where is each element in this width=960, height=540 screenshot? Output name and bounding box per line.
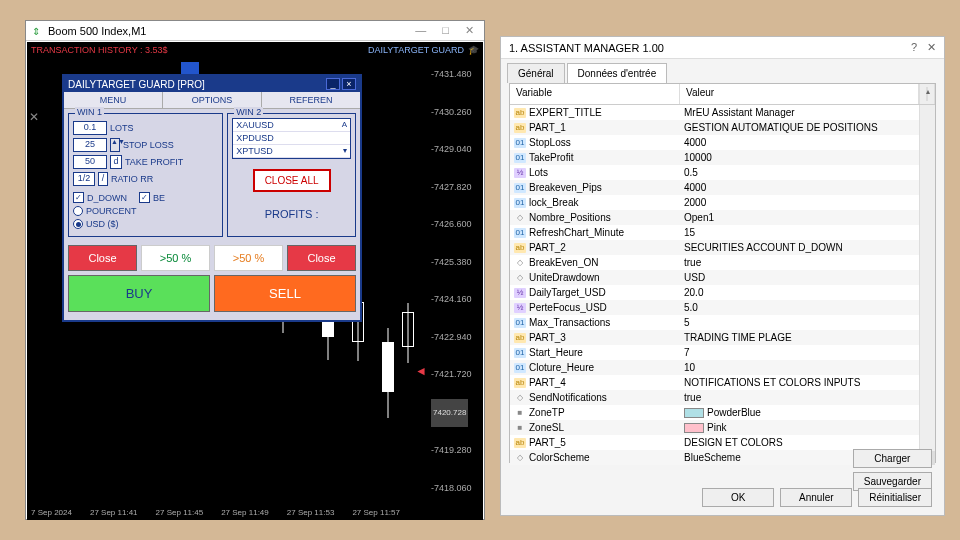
param-value[interactable]: 5.0	[684, 302, 698, 313]
param-value[interactable]: 7	[684, 347, 690, 358]
ddown-checkbox[interactable]: ✓	[73, 192, 84, 203]
dailytarget-panel[interactable]: DAILYTARGET GUARD [PRO] _ × MENU OPTIONS…	[62, 74, 362, 322]
close-all-button[interactable]: CLOSE ALL	[253, 169, 331, 192]
table-row[interactable]: ◇Nombre_PositionsOpen1	[510, 210, 919, 225]
table-row[interactable]: ½DailyTarget_USD20.0	[510, 285, 919, 300]
menu-tab[interactable]: MENU	[64, 92, 163, 108]
chart-area[interactable]: TRANSACTION HISTORY : 3.53$ DAILYTARGET …	[27, 42, 483, 520]
param-value[interactable]: GESTION AUTOMATIQUE DE POSITIONS	[684, 122, 878, 133]
ok-button[interactable]: OK	[702, 488, 774, 507]
gt50-button-2[interactable]: >50 %	[214, 245, 283, 271]
type-icon: ◇	[514, 258, 526, 268]
table-row[interactable]: ■ZoneTPPowderBlue	[510, 405, 919, 420]
reset-button[interactable]: Réinitialiser	[858, 488, 932, 507]
tab-input-data[interactable]: Données d'entrée	[567, 63, 668, 83]
takeprofit-input[interactable]: 50	[73, 155, 107, 169]
param-value[interactable]: 0.5	[684, 167, 698, 178]
gt50-button-1[interactable]: >50 %	[141, 245, 210, 271]
col-valeur[interactable]: Valeur	[680, 84, 919, 104]
type-icon: ab	[514, 378, 526, 388]
param-value[interactable]: 4000	[684, 182, 706, 193]
param-value[interactable]: Pink	[707, 422, 726, 433]
symbol-listbox[interactable]: XAUUSDA XPDUSD XPTUSD▾	[232, 118, 351, 159]
param-value[interactable]: TRADING TIME PLAGE	[684, 332, 792, 343]
table-row[interactable]: ■ZoneSLPink	[510, 420, 919, 435]
param-value[interactable]: PowderBlue	[707, 407, 761, 418]
be-checkbox[interactable]: ✓	[139, 192, 150, 203]
table-row[interactable]: 01Start_Heure7	[510, 345, 919, 360]
buy-button[interactable]: BUY	[68, 275, 210, 312]
param-value[interactable]: 10000	[684, 152, 712, 163]
param-name: PART_4	[529, 377, 566, 388]
help-button[interactable]: ?	[911, 41, 917, 54]
ratio-input[interactable]: 1/2	[73, 172, 95, 186]
chart-title-bar[interactable]: Boom 500 Index,M1 — □ ✕	[26, 21, 484, 41]
param-value[interactable]: SECURITIES ACCOUNT D_DOWN	[684, 242, 843, 253]
stoploss-input[interactable]: 25	[73, 138, 107, 152]
param-value[interactable]: Open1	[684, 212, 714, 223]
param-value[interactable]: NOTIFICATIONS ET COLORS INPUTS	[684, 377, 860, 388]
table-row[interactable]: 01lock_Break2000	[510, 195, 919, 210]
table-row[interactable]: abEXPERT_TITLEMrEU Assistant Manager	[510, 105, 919, 120]
param-value[interactable]: USD	[684, 272, 705, 283]
table-row[interactable]: ◇UniteDrawdownUSD	[510, 270, 919, 285]
tab-general[interactable]: Général	[507, 63, 565, 83]
param-value[interactable]: BlueScheme	[684, 452, 741, 463]
table-row[interactable]: abPART_2SECURITIES ACCOUNT D_DOWN	[510, 240, 919, 255]
param-value[interactable]: 4000	[684, 137, 706, 148]
load-button[interactable]: Charger	[853, 449, 932, 468]
param-value[interactable]: 2000	[684, 197, 706, 208]
close-assistant-button[interactable]: ✕	[927, 41, 936, 54]
cancel-button[interactable]: Annuler	[780, 488, 852, 507]
param-value[interactable]: 20.0	[684, 287, 703, 298]
param-value[interactable]: true	[684, 392, 701, 403]
param-value[interactable]: DESIGN ET COLORS	[684, 437, 783, 448]
lots-input[interactable]: 0.1	[73, 121, 107, 135]
table-row[interactable]: 01RefreshChart_Minute15	[510, 225, 919, 240]
param-value[interactable]: 10	[684, 362, 695, 373]
options-tab[interactable]: OPTIONS	[163, 92, 262, 108]
maximize-button[interactable]: □	[438, 24, 453, 37]
param-name: DailyTarget_USD	[529, 287, 606, 298]
pourcent-radio[interactable]	[73, 206, 83, 216]
panel-close-icon[interactable]: ×	[342, 78, 356, 90]
table-body[interactable]: abEXPERT_TITLEMrEU Assistant ManagerabPA…	[510, 105, 919, 465]
table-row[interactable]: 01StopLoss4000	[510, 135, 919, 150]
reference-tab[interactable]: REFEREN	[262, 92, 360, 108]
close-button-left[interactable]: Close	[68, 245, 137, 271]
close-button-right[interactable]: Close	[287, 245, 356, 271]
table-row[interactable]: 01Breakeven_Pips4000	[510, 180, 919, 195]
table-row[interactable]: abPART_1GESTION AUTOMATIQUE DE POSITIONS	[510, 120, 919, 135]
table-row[interactable]: ½PerteFocus_USD5.0	[510, 300, 919, 315]
param-value[interactable]: true	[684, 257, 701, 268]
table-row[interactable]: 01Max_Transactions5	[510, 315, 919, 330]
param-value[interactable]: MrEU Assistant Manager	[684, 107, 795, 118]
sell-button[interactable]: SELL	[214, 275, 356, 312]
table-row[interactable]: 01Cloture_Heure10	[510, 360, 919, 375]
table-row[interactable]: abPART_3TRADING TIME PLAGE	[510, 330, 919, 345]
stoploss-stepper[interactable]: ▲▼	[110, 138, 120, 152]
param-value[interactable]: 5	[684, 317, 690, 328]
scroll-up-icon[interactable]: ▴	[926, 87, 928, 101]
type-icon: ■	[514, 408, 526, 418]
assistant-title-bar[interactable]: 1. ASSISTANT MANAGER 1.00 ? ✕	[501, 37, 944, 59]
table-row[interactable]: ◇SendNotificationstrue	[510, 390, 919, 405]
type-icon: 01	[514, 318, 526, 328]
minimize-button[interactable]: —	[411, 24, 430, 37]
param-value[interactable]: 15	[684, 227, 695, 238]
table-row[interactable]: 01TakeProfit10000	[510, 150, 919, 165]
table-row[interactable]: abPART_4NOTIFICATIONS ET COLORS INPUTS	[510, 375, 919, 390]
param-name: RefreshChart_Minute	[529, 227, 624, 238]
col-variable[interactable]: Variable	[510, 84, 680, 104]
panel-minimize-icon[interactable]: _	[326, 78, 340, 90]
table-row[interactable]: ½Lots0.5	[510, 165, 919, 180]
table-row[interactable]: abPART_5DESIGN ET COLORS	[510, 435, 919, 450]
tp-unit[interactable]: d	[110, 155, 122, 169]
close-window-button[interactable]: ✕	[461, 24, 478, 37]
candle-icon	[32, 25, 42, 37]
param-name: ColorScheme	[529, 452, 590, 463]
usd-radio[interactable]	[73, 219, 83, 229]
panel-title-bar[interactable]: DAILYTARGET GUARD [PRO] _ ×	[64, 76, 360, 92]
color-swatch	[684, 423, 704, 433]
table-row[interactable]: ◇BreakEven_ONtrue	[510, 255, 919, 270]
